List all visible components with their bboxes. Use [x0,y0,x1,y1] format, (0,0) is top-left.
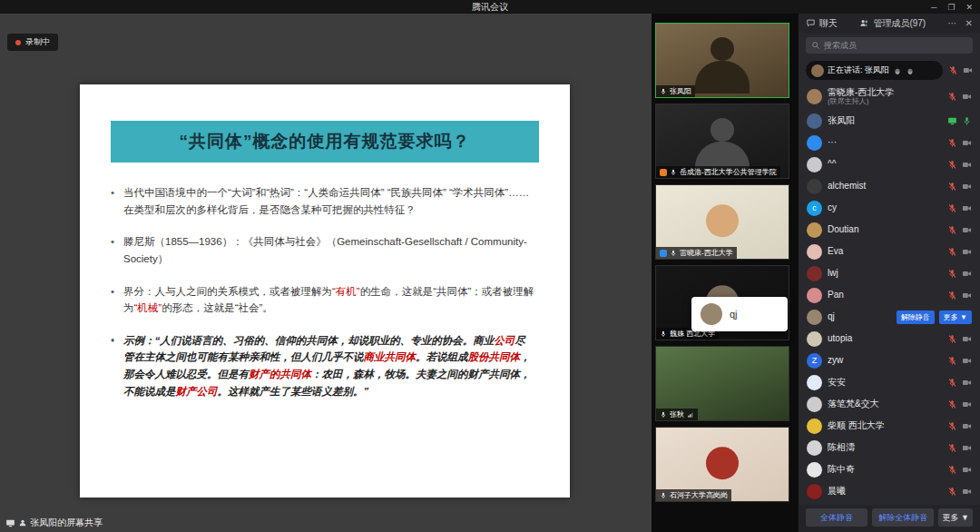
camera-off-icon[interactable] [962,356,972,366]
mic-muted-icon[interactable] [947,356,957,366]
member-row[interactable]: Doutian [805,219,974,241]
unmute-member-button[interactable]: 解除静音 [897,310,935,324]
footer-more-button[interactable]: 更多 ▼ [938,508,973,527]
mic-muted-icon[interactable] [947,399,957,409]
recording-badge: 录制中 [7,34,58,51]
mic-muted-icon[interactable] [947,487,957,497]
video-feed [695,61,750,94]
member-row[interactable]: lwj [805,262,974,284]
member-row[interactable]: Pan [805,284,974,306]
tab-members[interactable]: 管理成员(97) [859,17,926,30]
search-icon [811,41,820,50]
camera-off-icon[interactable] [962,247,972,257]
member-avatar [807,484,822,499]
camera-off-icon[interactable] [962,334,972,344]
search-input[interactable]: 搜索成员 [806,37,973,54]
member-row[interactable]: Zzyw [805,350,974,371]
video-thumbnail[interactable]: 岳成浩-西北大学公共管理学院 [655,103,789,179]
maximize-button[interactable]: ❐ [947,3,955,12]
member-name: 落笔梵&交大 [828,399,942,409]
presentation-slide: “共同体”概念的使用有规范要求吗？ 当代中国语境中的一个“大词”和“热词”：“人… [80,84,570,498]
monitor-icon [5,518,15,528]
unmute-all-button[interactable]: 解除全体静音 [872,508,934,527]
minimize-button[interactable]: ─ [931,3,936,12]
panel-close-button[interactable]: ✕ [965,18,973,28]
panel-more-button[interactable]: ⋯ [948,18,957,28]
member-row[interactable]: alchemist [805,175,974,197]
member-row[interactable]: 陈中奇 [805,458,974,480]
member-row[interactable]: ··· [805,132,974,153]
mic-muted-icon[interactable] [947,247,957,257]
camera-off-icon[interactable] [962,465,972,475]
mic-muted-icon[interactable] [947,378,957,388]
mic-muted-icon[interactable] [948,65,958,75]
slide-bullet: 界分：人与人之间的关系模式，或者被理解为“有机”的生命，这就是“共同体”；或者被… [109,283,535,317]
member-row[interactable]: 晨曦 [805,480,974,502]
member-row[interactable]: 柴顺 西北大学 [805,415,974,437]
camera-off-icon[interactable] [963,65,973,75]
camera-off-icon[interactable] [962,225,972,235]
video-thumbnail[interactable]: 雷晓康-西北大学 [655,184,789,260]
mic-muted-icon[interactable] [947,269,957,279]
member-row[interactable]: ccy [805,197,974,219]
camera-off-icon[interactable] [962,203,972,213]
close-button[interactable]: ✕ [965,3,973,12]
member-more-button[interactable]: 更多 ▼ [939,310,972,324]
member-row[interactable]: ^^ [805,153,974,175]
mute-all-button[interactable]: 全体静音 [806,508,867,527]
mic-muted-icon[interactable] [947,443,957,453]
camera-off-icon[interactable] [962,399,972,409]
participant-name-label: 张秋 [656,409,698,420]
member-avatar [807,222,822,238]
camera-off-icon[interactable] [962,92,972,102]
recording-label: 录制中 [25,36,50,48]
member-row[interactable]: 张凤阳 [805,110,974,132]
camera-off-icon[interactable] [962,378,972,388]
tab-members-label: 管理成员(97) [873,17,926,30]
member-row[interactable]: utopia [805,328,974,350]
member-name: alchemist [828,181,942,192]
mic-muted-icon[interactable] [947,421,957,431]
mic-muted-icon[interactable] [947,225,957,235]
member-row[interactable]: qj解除静音更多 ▼ [805,306,974,328]
camera-off-icon[interactable] [962,421,972,431]
mic-muted-icon[interactable] [947,138,957,148]
mic-icon [660,330,667,338]
mic-muted-icon[interactable] [947,160,957,170]
tab-chat[interactable]: 聊天 [806,17,838,30]
participant-name-label: 岳成浩-西北大学公共管理学院 [656,166,780,178]
mic-muted-icon[interactable] [947,291,957,300]
video-thumbnail[interactable]: 张凤阳 [655,23,789,98]
camera-off-icon[interactable] [962,182,972,192]
panel-header: 聊天 管理成员(97) ⋯ ✕ [799,14,980,33]
panel-footer: 全体静音 解除全体静音 更多 ▼ [799,505,980,532]
member-row[interactable]: 雷晓康-西北大学(联席主持人) [805,84,974,110]
mic-muted-icon[interactable] [947,334,957,344]
mic-on-icon[interactable] [962,116,972,126]
mic-muted-icon[interactable] [947,182,957,192]
speaking-banner: 正在讲话: 张凤阳 [806,61,943,80]
member-row[interactable]: 安安 [805,371,974,393]
video-thumbnail[interactable]: 张秋 [655,346,789,421]
camera-off-icon[interactable] [962,269,972,279]
member-row[interactable]: 落笔梵&交大 [805,393,974,415]
camera-off-icon[interactable] [962,487,972,497]
mic-muted-icon[interactable] [947,465,957,475]
camera-off-icon[interactable] [962,291,972,300]
participant-name-label: 雷晓康-西北大学 [656,247,737,259]
speaking-row: 正在讲话: 张凤阳 [806,61,973,80]
mic-muted-icon[interactable] [947,92,957,102]
search-placeholder: 搜索成员 [824,40,857,52]
camera-off-icon[interactable] [962,160,972,170]
screen-share-area: 录制中 “共同体”概念的使用有规范要求吗？ 当代中国语境中的一个“大词”和“热词… [0,14,652,532]
camera-off-icon[interactable] [962,138,972,148]
member-avatar [807,266,822,281]
member-row[interactable]: 陈相濤 [805,437,974,458]
member-row[interactable]: Eva [805,241,974,262]
speaker-avatar [811,64,824,77]
role-badge-icon [660,169,667,176]
video-thumbnail[interactable]: 石河子大学高岗岗 [655,427,789,502]
clap-icon [906,66,915,75]
mic-muted-icon[interactable] [947,203,957,213]
camera-off-icon[interactable] [962,443,972,453]
